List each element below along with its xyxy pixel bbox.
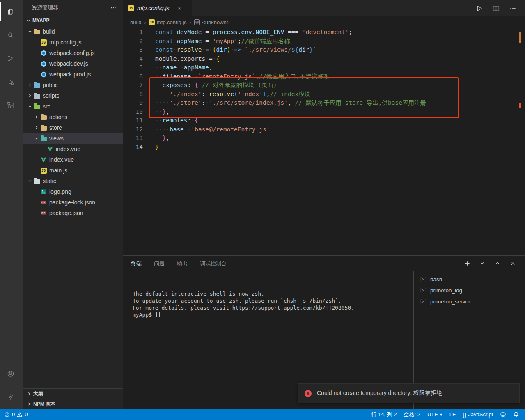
- tree-item-static[interactable]: static: [23, 176, 123, 186]
- sidebar-bottom-sections: 大纲 NPM 脚本: [23, 388, 123, 409]
- breadcrumb-item-unknown[interactable]: @<unknown>: [194, 19, 229, 25]
- code-content: 1const·devMode·=·process.env.NODE_ENV·==…: [123, 28, 525, 151]
- folder-actions-icon: [40, 114, 47, 120]
- line-content: ····'./index':·resolve('index'),// index…: [143, 90, 310, 99]
- breadcrumb-item-mfp-config-js[interactable]: JSmfp.config.js: [149, 19, 187, 25]
- terminal-icon: [420, 276, 427, 282]
- tree-item-label: scripts: [43, 92, 59, 99]
- activity-account[interactable]: [0, 362, 23, 386]
- code-line: 14}: [123, 143, 525, 152]
- tree-item-store[interactable]: store: [23, 122, 123, 133]
- chevron-right-icon: [26, 402, 32, 406]
- activity-explorer[interactable]: [0, 0, 23, 23]
- tree-item-webpack-dev-js[interactable]: webpack.dev.js: [23, 58, 123, 69]
- npm-scripts-section-header[interactable]: NPM 脚本: [23, 399, 123, 409]
- more-button[interactable]: [509, 5, 518, 12]
- tree-item-label: store: [49, 124, 62, 131]
- activity-search[interactable]: [0, 23, 23, 47]
- maximize-panel-button[interactable]: [494, 260, 503, 266]
- code-line: 3const·resolve·=·(dir)·=>·`./src/views/$…: [123, 46, 525, 55]
- feedback-button[interactable]: [500, 411, 506, 418]
- notification-toast[interactable]: Could not create temporary directory: 权限…: [298, 383, 520, 403]
- js-icon: JS: [40, 168, 47, 174]
- new-terminal-button[interactable]: [463, 260, 473, 266]
- tree-item-label: webpack.config.js: [49, 50, 95, 56]
- status-bar: 0 0 行 14, 列 2 空格: 2 UTF-8 LF { } JavaScr…: [0, 409, 525, 420]
- tree-item-label: build: [43, 28, 55, 35]
- settings-icon: [7, 392, 14, 402]
- warning-count: 0: [25, 411, 28, 418]
- webpack-icon: [40, 71, 47, 78]
- tree-item-index-vue[interactable]: index.vue: [23, 154, 123, 165]
- terminal-tab-primeton-log[interactable]: primeton_log: [414, 285, 525, 296]
- terminal-icon: [420, 287, 427, 294]
- line-number: 3: [123, 46, 143, 55]
- tree-item-views[interactable]: views: [23, 133, 123, 144]
- editor-pane[interactable]: 1const·devMode·=·process.env.NODE_ENV·==…: [123, 28, 525, 255]
- panel-tab-debug-console[interactable]: 调试控制台: [199, 256, 227, 270]
- tree-item-webpack-prod-js[interactable]: webpack.prod.js: [23, 69, 123, 80]
- close-icon: [509, 260, 516, 266]
- tree-item-webpack-config-js[interactable]: webpack.config.js: [23, 48, 123, 58]
- panel-tab-output[interactable]: 输出: [177, 256, 188, 270]
- terminal-cursor[interactable]: [156, 312, 160, 317]
- outline-section-header[interactable]: 大纲: [23, 388, 123, 399]
- tab-title: mfp.config.js: [137, 5, 170, 11]
- activity-run-debug[interactable]: [0, 70, 23, 94]
- activity-source-control[interactable]: [0, 47, 23, 70]
- more-actions-icon[interactable]: [110, 5, 117, 11]
- terminal-picker-button[interactable]: [479, 261, 488, 266]
- language-mode[interactable]: { } JavaScript: [463, 411, 493, 418]
- line-number: 13: [123, 134, 143, 143]
- activity-extensions[interactable]: [0, 94, 23, 117]
- tree-item-package-json[interactable]: package.json: [23, 208, 123, 218]
- tab-mfp-config-js[interactable]: JS mfp.config.js: [123, 0, 192, 16]
- code-line: 1const·devMode·=·process.env.NODE_ENV·==…: [123, 28, 525, 37]
- panel-tabs: 终端问题输出调试控制台: [131, 256, 227, 270]
- activity-bar-top: [0, 0, 23, 117]
- braces-icon: { }: [463, 412, 466, 418]
- language-label: JavaScript: [468, 411, 493, 418]
- tree-item-package-lock-json[interactable]: package-lock.json: [23, 197, 123, 208]
- breadcrumb: build›JSmfp.config.js›@<unknown>: [123, 16, 525, 28]
- split-editor-button[interactable]: [492, 5, 502, 12]
- close-tab-icon[interactable]: [177, 5, 182, 11]
- tree-item-actions[interactable]: actions: [23, 112, 123, 122]
- terminal-tab-bash[interactable]: bash: [414, 274, 525, 285]
- breadcrumb-item-build[interactable]: build: [130, 19, 141, 25]
- encoding-setting[interactable]: UTF-8: [427, 411, 442, 418]
- tree-item-logo-png[interactable]: logo.png: [23, 186, 123, 197]
- terminal-tab-primeton-server[interactable]: primeton_server: [414, 296, 525, 307]
- error-count-icon: [4, 412, 10, 418]
- notifications-bell[interactable]: [513, 411, 519, 418]
- problems-indicator[interactable]: 0 0: [4, 411, 28, 418]
- tab-bar: JS mfp.config.js: [123, 0, 525, 16]
- terminal-prompt: myApp$: [133, 312, 155, 318]
- eol-setting[interactable]: LF: [449, 411, 456, 418]
- chevron-right-icon: [27, 83, 33, 87]
- warning-count-icon: [17, 412, 23, 418]
- tree-item-build[interactable]: build: [23, 26, 123, 37]
- panel-tab-problems[interactable]: 问题: [154, 256, 165, 270]
- line-number: 12: [123, 125, 143, 134]
- chevron-right-icon: [26, 391, 32, 396]
- line-number: 14: [123, 143, 143, 152]
- panel-tab-terminal[interactable]: 终端: [131, 256, 142, 270]
- line-number: 2: [123, 37, 143, 46]
- line-content: const·appName·=·'myApp';//微前端应用名称: [143, 37, 290, 46]
- tree-item-scripts[interactable]: scripts: [23, 90, 123, 101]
- activity-settings[interactable]: [0, 386, 23, 409]
- breadcrumb-label: build: [130, 19, 141, 25]
- chevron-right-icon: [27, 93, 33, 98]
- tree-item-main-js[interactable]: JSmain.js: [23, 165, 123, 176]
- terminal-icon: [420, 298, 427, 305]
- run-button[interactable]: [475, 5, 485, 12]
- cursor-position[interactable]: 行 14, 列 2: [371, 411, 397, 418]
- indentation-setting[interactable]: 空格: 2: [403, 411, 420, 418]
- tree-item-public[interactable]: public: [23, 80, 123, 90]
- workspace-header[interactable]: MYAPP: [23, 16, 123, 25]
- close-panel-button[interactable]: [509, 260, 518, 266]
- tree-item-mfp-config-js[interactable]: JSmfp.config.js: [23, 37, 123, 48]
- tree-item-index-vue[interactable]: index.vue: [23, 144, 123, 154]
- tree-item-src[interactable]: src: [23, 101, 123, 112]
